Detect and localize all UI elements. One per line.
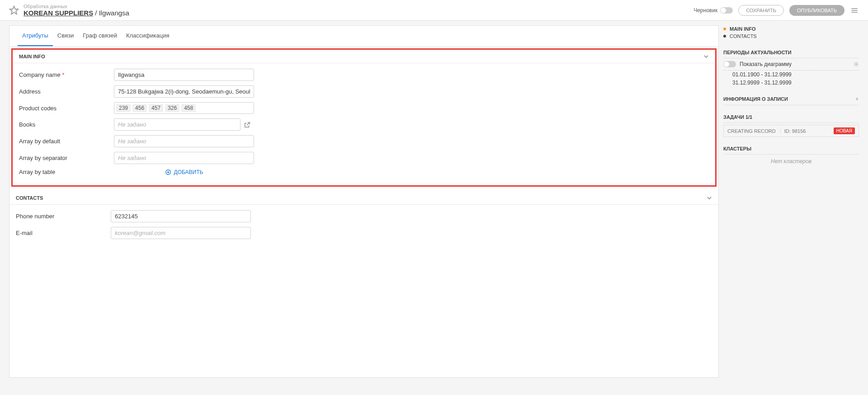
chevron-right-icon — [855, 96, 859, 102]
record-info-row[interactable]: ИНФОРМАЦИЯ О ЗАПИСИ — [723, 93, 859, 105]
product-code-tag[interactable]: 456 — [132, 104, 147, 112]
nav-list: MAIN INFO CONTACTS — [723, 25, 859, 40]
books-label: Books — [19, 121, 114, 128]
row-company-name: Company name * — [19, 69, 709, 81]
contacts-body: Phone number E-mail — [9, 205, 718, 249]
period-date-item[interactable]: 31.12.9999 - 31.12.9999 — [732, 79, 859, 87]
star-icon[interactable] — [9, 5, 19, 15]
row-books: Books — [19, 118, 709, 131]
breadcrumb-leaf: Ilgwangsa — [99, 9, 129, 17]
company-name-label: Company name * — [19, 71, 114, 78]
contacts-header[interactable]: CONTACTS — [9, 191, 718, 205]
chevron-down-icon — [707, 195, 712, 201]
breadcrumb: KOREAN SUPPLIERS/Ilgwangsa — [24, 9, 129, 17]
nav-item-contacts[interactable]: CONTACTS — [723, 33, 859, 40]
array-table-label: Array by table — [19, 169, 114, 175]
tasks-title: ЗАДАЧИ 1/1 — [723, 112, 859, 123]
header-left: Обработка данных KOREAN SUPPLIERS/Ilgwan… — [9, 4, 129, 17]
draft-label: Черновик — [693, 7, 717, 14]
nav-item-label: MAIN INFO — [730, 26, 755, 32]
main-info-section: MAIN INFO Company name * Address Product… — [11, 48, 717, 187]
breadcrumb-subtitle: Обработка данных — [24, 4, 129, 9]
product-codes-input[interactable]: 239 456 457 326 458 — [114, 102, 254, 114]
phone-input[interactable] — [111, 210, 251, 222]
save-button[interactable]: СОХРАНИТЬ — [738, 5, 784, 16]
task-new-badge: НОВАЯ — [834, 127, 855, 134]
address-input[interactable] — [114, 85, 254, 98]
top-header: Обработка данных KOREAN SUPPLIERS/Ilgwan… — [0, 0, 868, 21]
product-code-tag[interactable]: 239 — [116, 104, 131, 112]
tab-attributes[interactable]: Атрибуты — [18, 26, 53, 46]
phone-label: Phone number — [16, 213, 111, 220]
row-array-default: Array by default — [19, 135, 709, 147]
clusters-empty: Нет кластеров — [723, 155, 859, 168]
row-array-table: Array by table ДОБАВИТЬ — [19, 169, 709, 175]
svg-marker-0 — [10, 6, 18, 14]
page-body: Атрибуты Связи Граф связей Классификация… — [0, 21, 868, 382]
array-separator-label: Array by separator — [19, 155, 114, 161]
main-info-header[interactable]: MAIN INFO — [13, 50, 715, 63]
row-array-separator: Array by separator — [19, 152, 709, 164]
array-default-input[interactable] — [114, 135, 254, 147]
period-dates: 01.01.1900 - 31.12.9999 31.12.9999 - 31.… — [723, 71, 859, 87]
product-code-tag[interactable]: 457 — [149, 104, 163, 112]
task-name: CREATING RECORD — [727, 128, 776, 134]
task-id: ID: 98156 — [780, 128, 806, 134]
periods-title: ПЕРИОДЫ АКТУАЛЬНОСТИ — [723, 47, 859, 58]
menu-icon[interactable] — [850, 6, 859, 15]
array-default-label: Array by default — [19, 138, 114, 145]
draft-toggle[interactable] — [720, 7, 733, 14]
nav-item-label: CONTACTS — [730, 33, 757, 39]
nav-item-main-info[interactable]: MAIN INFO — [723, 25, 859, 33]
tab-graph[interactable]: Граф связей — [78, 26, 122, 46]
product-code-tag[interactable]: 458 — [181, 104, 196, 112]
email-label: E-mail — [16, 230, 111, 236]
row-address: Address — [19, 85, 709, 98]
draft-toggle-wrap: Черновик — [693, 7, 733, 14]
plus-circle-icon — [165, 169, 171, 175]
diagram-toggle[interactable] — [723, 61, 736, 67]
add-button[interactable]: ДОБАВИТЬ — [165, 169, 203, 175]
svg-point-8 — [856, 64, 857, 65]
gear-icon[interactable] — [854, 61, 859, 67]
array-separator-input[interactable] — [114, 152, 254, 164]
main-info-title: MAIN INFO — [19, 54, 45, 59]
books-input[interactable] — [114, 118, 241, 131]
main-info-body: Company name * Address Product codes 239… — [13, 63, 715, 185]
email-input[interactable] — [111, 227, 251, 239]
row-email: E-mail — [16, 227, 712, 239]
right-panel: MAIN INFO CONTACTS ПЕРИОДЫ АКТУАЛЬНОСТИ … — [723, 25, 859, 378]
svg-line-4 — [247, 122, 250, 125]
show-diagram-label: Показать диаграмму — [740, 61, 792, 67]
breadcrumb-root-link[interactable]: KOREAN SUPPLIERS — [24, 9, 93, 17]
show-diagram-row: Показать диаграмму — [723, 58, 859, 71]
task-item[interactable]: CREATING RECORD ID: 98156 НОВАЯ — [723, 125, 859, 137]
external-link-icon[interactable] — [244, 122, 250, 128]
contacts-section: CONTACTS Phone number E-mail — [9, 191, 718, 249]
main-panel: Атрибуты Связи Граф связей Классификация… — [9, 25, 719, 378]
product-code-tag[interactable]: 326 — [165, 104, 179, 112]
product-codes-label: Product codes — [19, 105, 114, 112]
contacts-title: CONTACTS — [16, 195, 43, 201]
publish-button[interactable]: ОПУБЛИКОВАТЬ — [789, 5, 844, 16]
add-button-label: ДОБАВИТЬ — [174, 169, 203, 175]
tab-classification[interactable]: Классификация — [122, 26, 174, 46]
nav-dot-icon — [723, 28, 726, 30]
address-label: Address — [19, 88, 114, 95]
tab-links[interactable]: Связи — [53, 26, 78, 46]
company-name-input[interactable] — [114, 69, 254, 81]
record-info-title: ИНФОРМАЦИЯ О ЗАПИСИ — [723, 96, 788, 102]
row-product-codes: Product codes 239 456 457 326 458 — [19, 102, 709, 114]
tabs: Атрибуты Связи Граф связей Классификация — [9, 26, 718, 47]
clusters-title: КЛАСТЕРЫ — [723, 143, 859, 155]
nav-dot-icon — [723, 35, 726, 38]
chevron-down-icon — [703, 54, 709, 59]
header-right: Черновик СОХРАНИТЬ ОПУБЛИКОВАТЬ — [693, 5, 859, 16]
row-phone: Phone number — [16, 210, 712, 222]
period-date-item[interactable]: 01.01.1900 - 31.12.9999 — [732, 71, 859, 79]
